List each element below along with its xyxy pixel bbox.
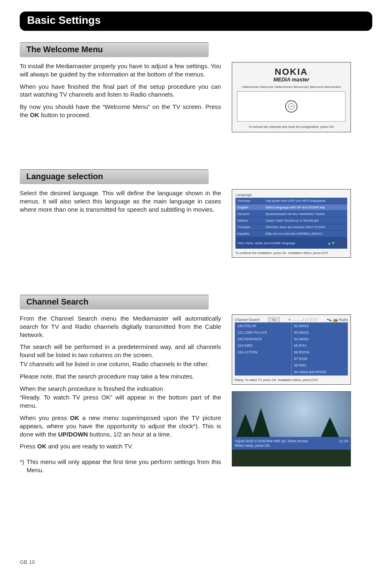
search-p7a: When you press bbox=[20, 414, 70, 421]
tree-icon bbox=[252, 408, 270, 437]
language-hint-bar: Sets menu, audio and subtitle language. … bbox=[235, 237, 347, 249]
media-master-logo: MEDIA master bbox=[235, 76, 347, 83]
radio-channel-column: 92 MM1893 MM1994 MM2095 RITA96 RDON97 R1… bbox=[291, 323, 348, 375]
list-item: 96 RDON bbox=[292, 349, 348, 356]
search-body: From the Channel Search menu the Mediama… bbox=[20, 314, 221, 474]
list-item: 95 RITA bbox=[292, 342, 348, 349]
search-p8-ok: OK bbox=[37, 443, 47, 450]
search-p7-ok: OK bbox=[70, 414, 79, 421]
language-p1: Select the desired language. This will d… bbox=[20, 189, 221, 213]
screenshot-channel-search: Channel Search TV ⁕₊₊₊₊////// 🛰️ 📻 Radio… bbox=[232, 314, 351, 385]
language-name: Svenska bbox=[235, 198, 263, 204]
language-shot-footer: To continue the installation, press OK. … bbox=[235, 251, 347, 255]
search-p7-updown: UP/DOWN bbox=[58, 431, 88, 438]
language-name: Français bbox=[235, 224, 263, 231]
satellite-icon: 🛰️ bbox=[327, 318, 332, 322]
language-hint: Select language with UP and DOWN key bbox=[263, 204, 347, 211]
welcome-mid-panel: OK bbox=[237, 91, 346, 122]
search-p7c: buttons, 1/2 an hour at a time. bbox=[88, 431, 171, 438]
search-p6: “Ready. To watch TV press OK” will appea… bbox=[20, 393, 221, 410]
list-item: 242 ROMANCE bbox=[235, 336, 291, 342]
clock-time: 11:19 bbox=[339, 439, 348, 443]
search-p8: Press OK and you are ready to watch TV. bbox=[20, 442, 221, 450]
search-shot-title: Channel Search bbox=[235, 318, 260, 322]
language-hint: Usare i tasti 'freccia su' e 'freccia gi… bbox=[263, 217, 347, 224]
search-shot-footer: Ready. To watch TV, press OK. Installati… bbox=[235, 378, 348, 382]
search-p5: When the search procedure is finished th… bbox=[20, 385, 221, 393]
language-name: Deutsch bbox=[235, 211, 263, 217]
section-heading-welcome: The Welcome Menu bbox=[20, 42, 209, 57]
tv-channel-column: 240 POLAR241 CINE PALACE242 ROMANCE243 R… bbox=[235, 323, 291, 375]
clock-msg-2: When ready, press OK. bbox=[235, 443, 271, 448]
search-footnote: *) This menu will only appear the first … bbox=[20, 458, 221, 474]
language-hint: Elija con los botones ARRIBA y ABAJO. bbox=[263, 231, 347, 237]
tree-icon bbox=[321, 417, 339, 437]
list-item: 92 MM18 bbox=[292, 323, 348, 329]
welcome-greeting: Välkommen Welcome Willkommen Benvenuto B… bbox=[235, 85, 347, 89]
list-item: 243 RIRE bbox=[235, 342, 291, 349]
language-hint: Sprachenwahl mit den markierten Tasten bbox=[263, 211, 347, 217]
list-item: 93 MM19 bbox=[292, 329, 348, 336]
language-hint: Sélection avec les touches HAUT et BAS bbox=[263, 224, 347, 231]
list-item: 64 ABsat test RADIO bbox=[292, 369, 348, 375]
screenshot-language: Language SvenskaVälj språk med UPP och N… bbox=[232, 189, 351, 258]
section-heading-search: Channel Search bbox=[20, 295, 209, 309]
search-p3: TV channels will be listed in one column… bbox=[20, 360, 221, 368]
list-item: 240 POLAR bbox=[235, 323, 291, 329]
language-row: EspañolElija con los botones ARRIBA y AB… bbox=[235, 231, 347, 237]
welcome-p3-ok: OK bbox=[30, 111, 39, 118]
list-item: 244 ACTION bbox=[235, 349, 291, 356]
navpad-icon: OK bbox=[285, 100, 297, 113]
screenshot-clock-adjust: Adjust clock to local time with up / dow… bbox=[232, 391, 351, 466]
page-title: Basic Settings bbox=[27, 14, 365, 27]
list-item: 241 CINE PALACE bbox=[235, 329, 291, 336]
welcome-shot-footer: To remove the channels and reset the con… bbox=[235, 125, 347, 129]
ok-icon: OK bbox=[339, 240, 344, 245]
language-list: SvenskaVälj språk med UPP och NER knappa… bbox=[235, 198, 347, 237]
search-p2: The search will be performed in a predet… bbox=[20, 343, 221, 359]
language-row: ItalianoUsare i tasti 'freccia su' e 'fr… bbox=[235, 217, 347, 224]
screenshot-welcome: NOKIA MEDIA master Välkommen Welcome Wil… bbox=[232, 62, 351, 132]
section-heading-language: Language selection bbox=[20, 169, 209, 184]
welcome-p3: By now you should have the “Welcome Menu… bbox=[20, 103, 221, 119]
tv-tab: TV bbox=[268, 317, 279, 322]
language-hint: Välj språk med UPP och NER knapparna bbox=[263, 198, 347, 204]
clock-scene-top bbox=[232, 392, 350, 437]
language-row: DeutschSprachenwahl mit den markierten T… bbox=[235, 211, 347, 217]
language-row: FrançaisSélection avec les touches HAUT … bbox=[235, 224, 347, 231]
language-row: EnglishSelect language with UP and DOWN … bbox=[235, 204, 347, 211]
search-p8a: Press bbox=[20, 443, 37, 450]
welcome-p3b: button to proceed. bbox=[39, 111, 91, 118]
search-p7: When you press OK a new menu superimpose… bbox=[20, 414, 221, 438]
language-name: Español bbox=[235, 231, 263, 237]
welcome-heading: The Welcome Menu bbox=[26, 45, 202, 54]
footnote-text: This menu will only appear the first tim… bbox=[27, 458, 221, 474]
search-p1: From the Channel Search menu the Mediama… bbox=[20, 314, 221, 339]
language-shot-title: Language bbox=[235, 193, 347, 197]
nokia-logo: NOKIA bbox=[235, 67, 347, 77]
footnote-marker: *) bbox=[20, 458, 24, 474]
welcome-body: To install the Mediamaster properly you … bbox=[20, 62, 221, 123]
language-name: Italiano bbox=[235, 217, 263, 224]
language-hint-text: Sets menu, audio and subtitle language. bbox=[238, 241, 296, 245]
navpad-icon: OK bbox=[337, 239, 345, 247]
radio-label: Radio bbox=[339, 318, 348, 322]
clock-adjust-message: Adjust clock to local time with up / dow… bbox=[235, 439, 317, 448]
radio-icon: 📻 bbox=[333, 318, 338, 322]
clock-msg-1: Adjust clock to local time with up / dow… bbox=[235, 439, 309, 443]
search-p8b: and you are ready to watch TV. bbox=[46, 443, 133, 450]
welcome-p2: When you have finished the final part of… bbox=[20, 83, 221, 99]
page-number: GB 10 bbox=[20, 559, 35, 565]
language-row: SvenskaVälj språk med UPP och NER knappa… bbox=[235, 198, 347, 204]
search-heading: Channel Search bbox=[26, 297, 202, 307]
list-item: 97 R105 bbox=[292, 356, 348, 362]
list-item: 98 RMC bbox=[292, 362, 348, 369]
ok-icon: OK bbox=[288, 103, 295, 110]
language-name: English bbox=[235, 204, 263, 211]
arrow-up-down-icon: ▲▼ bbox=[327, 241, 335, 245]
search-progress-icon: ⁕₊₊₊₊////// bbox=[288, 318, 318, 322]
language-body: Select the desired language. This will d… bbox=[20, 189, 221, 217]
page-header: Basic Settings bbox=[20, 12, 372, 31]
clock-scene-bottom bbox=[232, 450, 350, 466]
list-item: 94 MM20 bbox=[292, 336, 348, 342]
